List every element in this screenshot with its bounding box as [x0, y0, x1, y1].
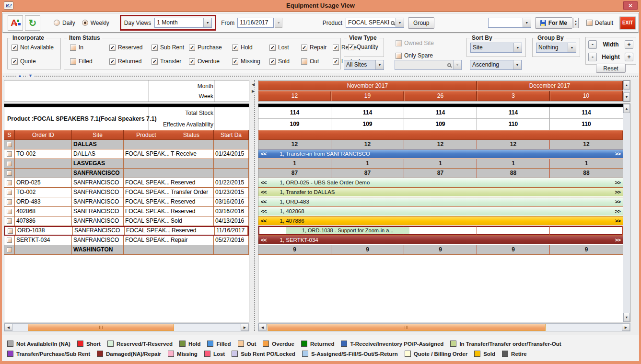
usage-bar[interactable]: <<1, Transfer to DALLAS>>	[258, 188, 623, 196]
checkbox-box[interactable]: ✓	[152, 58, 158, 65]
timeline-bar-row[interactable]: <<1, ORD-025 - UBS Sale Order Demo>>	[258, 178, 623, 188]
radio-daily[interactable]: Daily	[54, 20, 75, 26]
left-grid[interactable]: Product :FOCAL SPEAKERS 7.1(Focal Speake…	[4, 103, 249, 322]
order-row[interactable]: SERTKT-034SANFRANCISCOFOCAL SPEAK...Repa…	[4, 236, 249, 245]
scroll-up-icon[interactable]: ▲	[623, 104, 630, 113]
checkbox-sold[interactable]: ✓Sold	[269, 58, 301, 65]
order-row[interactable]: TO-002DALLASFOCAL SPEAK...T-Receive01/24…	[4, 149, 249, 159]
scroll-right-icon[interactable]: ▶	[622, 324, 630, 331]
week-header-cell[interactable]: 3	[477, 91, 550, 101]
splitter-collapse-left-icon[interactable]: ◀	[252, 82, 255, 88]
splitter-collapse-down-icon[interactable]: ▼	[27, 73, 34, 79]
reset-button[interactable]: Reset	[596, 64, 626, 73]
scroll-up-icon[interactable]: ▲	[623, 80, 630, 90]
order-row[interactable]: 407886SANFRANCISCOFOCAL SPEAK...Sold04/1…	[4, 216, 249, 226]
group-by-select[interactable]: Nothing ▼	[536, 43, 576, 53]
column-header-product[interactable]: Product	[124, 130, 169, 140]
order-row[interactable]: TO-002SANFRANCISCOFOCAL SPEAK...Transfer…	[4, 188, 249, 197]
left-horizontal-scrollbar[interactable]: ◀ ▶	[4, 323, 249, 331]
checkbox-default[interactable]: Default	[586, 20, 613, 26]
chevron-down-icon[interactable]: ▼	[396, 18, 404, 27]
column-header-s[interactable]: S	[4, 130, 15, 140]
scrollbar-track[interactable]	[267, 324, 622, 331]
checkbox-box[interactable]: ✓	[189, 45, 195, 51]
usage-bar[interactable]: <<1, ORD-025 - UBS Sale Order Demo>>	[258, 178, 623, 187]
week-header-cell[interactable]: 19	[331, 91, 404, 101]
scrollbar-track[interactable]	[623, 113, 630, 313]
group-button[interactable]: Group	[408, 17, 434, 29]
close-button[interactable]: ×	[623, 1, 638, 10]
exit-button[interactable]: EXIT	[620, 16, 635, 30]
title-bar[interactable]: R2 Equipment Usage View ×	[0, 0, 641, 11]
timeline-bar-row[interactable]: <<1, Transfer to DALLAS>>	[258, 188, 623, 197]
checkbox-box[interactable]: ✓	[333, 58, 339, 65]
horizontal-splitter[interactable]: ▲ ▼	[2, 73, 639, 79]
checkbox-overdue[interactable]: ✓Overdue	[189, 58, 232, 65]
timeline-bar-row[interactable]: <<1, 402868>>	[258, 207, 623, 216]
column-header-order-id[interactable]: Order ID	[15, 130, 72, 140]
checkbox-repair[interactable]: ✓Repair	[301, 44, 333, 51]
row-checkbox[interactable]	[7, 142, 12, 147]
checkbox-hold[interactable]: ✓Hold	[232, 44, 269, 51]
column-header-status[interactable]: Status	[169, 130, 214, 140]
chevron-down-icon[interactable]: ▼	[375, 60, 384, 69]
saved-view-select[interactable]: ▼	[488, 18, 531, 28]
usage-bar[interactable]: <<1, ORD-483>>	[258, 197, 623, 206]
splitter-collapse-up-icon[interactable]: ▲	[17, 73, 23, 79]
scroll-down-icon[interactable]: ▼	[623, 92, 630, 102]
row-checkbox[interactable]	[8, 228, 13, 234]
scrollbar-thumb[interactable]	[28, 324, 174, 331]
checkbox-box[interactable]: ✓	[348, 44, 354, 50]
site-group-row[interactable]: DALLAS	[4, 140, 249, 149]
checkbox-box[interactable]	[396, 53, 402, 59]
checkbox-box[interactable]: ✓	[333, 45, 339, 51]
week-header-cell[interactable]: 10	[550, 91, 623, 101]
for-me-button[interactable]: For Me	[535, 17, 572, 29]
timeline-chip-row[interactable]: 1, ORD-1038 - Support for Zoom-in a...	[258, 226, 623, 236]
scroll-left-icon[interactable]: ◀	[258, 324, 267, 331]
sort-field-select[interactable]: Site ▼	[470, 43, 522, 53]
radio-weekly[interactable]: Weekly	[82, 20, 109, 26]
timeline-horizontal-scrollbar[interactable]: ◀ ▶	[258, 323, 630, 331]
checkbox-box[interactable]: ✓	[12, 58, 18, 65]
row-checkbox[interactable]	[7, 151, 12, 157]
checkbox-quote[interactable]: ✓Quote	[12, 58, 54, 65]
row-checkbox[interactable]	[7, 199, 12, 205]
order-row[interactable]: ORD-483SANFRANCISCOFOCAL SPEAK...Reserve…	[4, 197, 249, 207]
scroll-left-icon[interactable]: ◀	[4, 324, 12, 331]
chevron-down-icon[interactable]: ▼	[568, 43, 576, 52]
scroll-down-icon[interactable]: ▼	[623, 313, 630, 322]
usage-bar[interactable]: <<1, 407886>>	[258, 216, 623, 225]
checkbox-only-spare[interactable]: Only Spare	[396, 52, 433, 59]
checkbox-box[interactable]	[301, 58, 307, 65]
width-increase-button[interactable]: +	[625, 40, 633, 49]
checkbox-box[interactable]: ✓	[12, 45, 18, 51]
product-search-input[interactable]: FOCAL SPEAKE ▼	[346, 18, 404, 28]
checkbox-box[interactable]: ✓	[109, 45, 116, 51]
scrollbar-thumb[interactable]	[268, 324, 546, 331]
checkbox-out[interactable]: Out	[301, 58, 333, 65]
order-row[interactable]: ORD-025SANFRANCISCOFOCAL SPEAK...Reserve…	[4, 178, 249, 188]
timeline-vertical-scrollbar[interactable]: ▲ ▼	[623, 104, 630, 322]
checkbox-quantity[interactable]: ✓ Quantity	[348, 44, 378, 50]
checkbox-box[interactable]	[586, 20, 593, 26]
checkbox-missing[interactable]: ✓Missing	[232, 58, 269, 65]
spinner-down-icon[interactable]: ▼	[574, 23, 577, 26]
checkbox-transfer[interactable]: ✓Transfer	[152, 58, 189, 65]
order-row[interactable]: ORD-1038SANFRANCISCOFOCAL SPEAK...Reserv…	[4, 226, 249, 236]
spinner-up-icon[interactable]: ▲	[574, 20, 577, 23]
format-button[interactable]: A	[8, 15, 23, 31]
checkbox-box[interactable]	[70, 45, 76, 51]
chevron-down-icon[interactable]: ▼	[513, 60, 521, 69]
site-group-row[interactable]: WASHINGTON	[4, 245, 249, 255]
row-checkbox[interactable]	[7, 180, 12, 185]
chevron-down-icon[interactable]: ▼	[203, 18, 211, 27]
sites-select[interactable]: All Sites ▼	[344, 60, 384, 70]
checkbox-purchase[interactable]: ✓Purchase	[189, 44, 232, 51]
from-date-dropdown[interactable]: ▼	[275, 18, 282, 28]
checkbox-owned-site[interactable]: Owned Site	[396, 40, 434, 46]
scrollbar-track[interactable]	[12, 324, 241, 331]
usage-bar[interactable]: <<1, SERTKT-034>>	[258, 236, 623, 244]
row-checkbox[interactable]	[7, 209, 12, 214]
checkbox-box[interactable]: ✓	[109, 58, 116, 65]
